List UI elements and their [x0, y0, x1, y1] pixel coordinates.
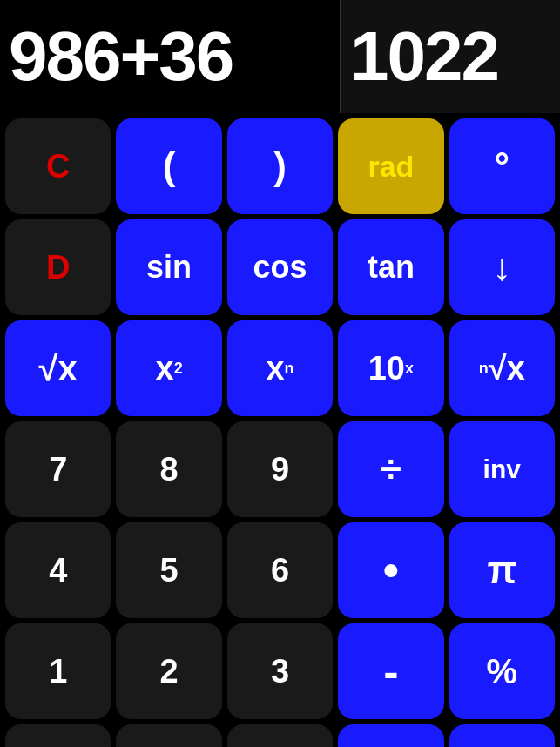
pi-button[interactable]: π [449, 522, 555, 618]
cos-button[interactable]: cos [227, 219, 333, 315]
six-button[interactable]: 6 [227, 522, 333, 618]
divide-button[interactable]: ÷ [338, 421, 443, 517]
eight-button[interactable]: 8 [116, 421, 221, 517]
display: 986+36 1022 [0, 0, 560, 113]
display-expression: 986+36 [0, 0, 340, 113]
dot-button[interactable]: • [338, 522, 443, 618]
decimal-button[interactable]: . [227, 724, 333, 747]
two-button[interactable]: 2 [116, 623, 221, 719]
sqrt-button[interactable]: √x [5, 320, 111, 416]
expression-text: 986+36 [9, 17, 233, 97]
minus-button[interactable]: - [338, 623, 443, 719]
seven-button[interactable]: 7 [5, 421, 111, 517]
ten-power-button[interactable]: 10x [338, 320, 443, 416]
zero-button[interactable]: 0 [5, 724, 111, 747]
clear-button[interactable]: C [5, 118, 111, 214]
nth-root-button[interactable]: n√x [449, 320, 555, 416]
sin-button[interactable]: sin [116, 219, 221, 315]
delete-button[interactable]: D [5, 219, 111, 315]
nine-button[interactable]: 9 [227, 421, 333, 517]
display-result: 1022 [340, 0, 560, 113]
close-paren-button[interactable]: ) [227, 118, 333, 214]
power-button[interactable]: xn [227, 320, 333, 416]
four-button[interactable]: 4 [5, 522, 111, 618]
button-grid: C()rad°Dsincostan↓√xx2xn10xn√x789÷inv456… [0, 113, 560, 747]
three-button[interactable]: 3 [227, 623, 333, 719]
percent-button[interactable]: % [449, 623, 555, 719]
plus-button[interactable]: + [338, 724, 443, 747]
result-text: 1022 [350, 17, 498, 97]
inv-button[interactable]: inv [449, 421, 555, 517]
square-button[interactable]: x2 [116, 320, 221, 416]
plusminus-button[interactable]: ± [116, 724, 221, 747]
equals-button[interactable]: = [449, 724, 555, 747]
five-button[interactable]: 5 [116, 522, 221, 618]
degree-button[interactable]: ° [449, 118, 555, 214]
tan-button[interactable]: tan [338, 219, 443, 315]
open-paren-button[interactable]: ( [116, 118, 221, 214]
down-button[interactable]: ↓ [449, 219, 555, 315]
one-button[interactable]: 1 [5, 623, 111, 719]
rad-button[interactable]: rad [338, 118, 443, 214]
